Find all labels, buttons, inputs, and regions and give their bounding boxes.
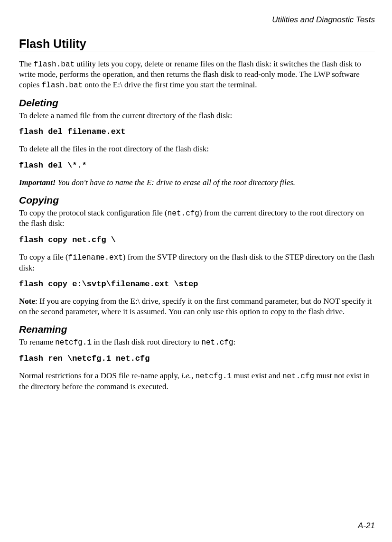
text: To rename [19,337,55,346]
heading-renaming: Renaming [19,324,375,335]
code-flash-bat: flash.bat [34,60,75,69]
deleting-important: Important! You don't have to name the E:… [19,178,375,188]
note-label: Note [19,297,35,306]
text: The [19,59,34,68]
code-flash-bat: flash.bat [42,81,83,90]
text: : [233,337,236,346]
text: Normal restrictions for a DOS file re-na… [19,371,181,380]
important-label: Important! [19,178,56,187]
code-net-cfg: net.cfg [201,338,233,347]
text: To copy the protocol stack configuration… [19,208,168,217]
important-text: You don't have to name the E: drive to e… [56,178,295,187]
code-net-cfg: net.cfg [168,209,199,218]
renaming-p1: To rename netcfg.1 in the flash disk roo… [19,337,375,347]
page: Utilities and Diagnostic Tests Flash Uti… [0,0,392,542]
code-netcfg1: netcfg.1 [55,338,92,347]
heading-deleting: Deleting [19,97,375,109]
heading-copying: Copying [19,195,375,206]
text: To copy a file ( [19,252,68,262]
text: must exist and [232,371,282,380]
title-rule [19,52,375,52]
copying-note: Note: If you are copying from the E:\ dr… [19,296,375,317]
copying-p1: To copy the protocol stack configuration… [19,208,375,229]
code-net-cfg: net.cfg [282,372,314,381]
ie: i.e. [181,371,191,380]
code-filename-ext: filename.ext [68,253,123,262]
copying-p2: To copy a file (filename.ext) from the S… [19,252,375,273]
cmd-flash-ren: flash ren \netcfg.1 net.cfg [19,354,375,363]
deleting-p1: To delete a named file from the current … [19,111,375,121]
cmd-flash-copy-svtp: flash copy e:\svtp\filename.ext \step [19,280,375,289]
code-netcfg1: netcfg.1 [195,372,232,381]
text: in the flash disk root directory to [92,337,201,346]
deleting-p2: To delete all the files in the root dire… [19,144,375,154]
renaming-p2: Normal restrictions for a DOS file re-na… [19,371,375,392]
note-text: : If you are copying from the E:\ drive,… [19,297,372,316]
page-title: Flash Utility [19,37,375,51]
page-number: A-21 [358,521,375,531]
intro-paragraph: The flash.bat utility lets you copy, del… [19,59,375,91]
cmd-flash-copy-netcfg: flash copy net.cfg \ [19,235,375,244]
cmd-flash-del-file: flash del filename.ext [19,127,375,136]
running-header: Utilities and Diagnostic Tests [19,15,375,25]
text: onto the E:\ drive the first time you st… [83,80,257,89]
cmd-flash-del-all: flash del \*.* [19,161,375,170]
